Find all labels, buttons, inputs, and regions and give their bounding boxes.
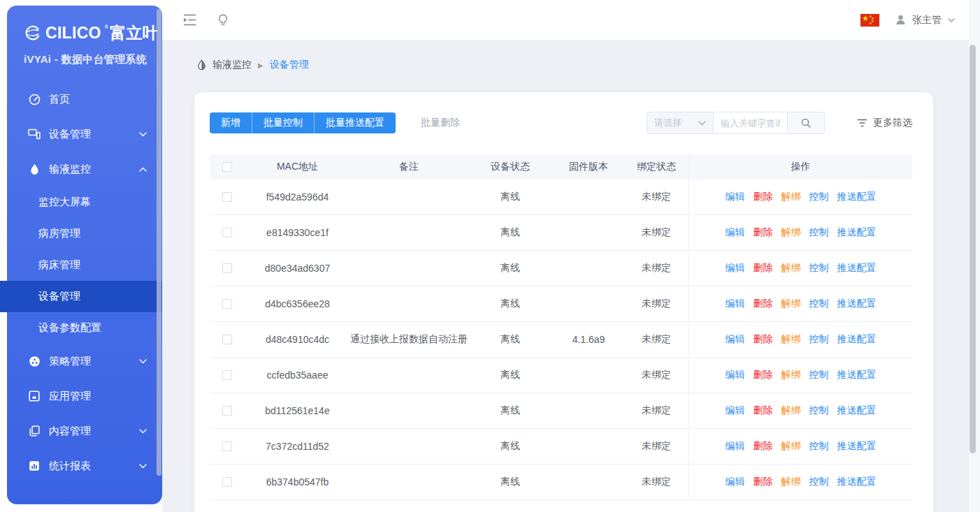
sidebar-item-content-management[interactable]: 内容管理 [7, 414, 162, 448]
action-link-delete[interactable]: 删除 [754, 298, 773, 310]
add-button[interactable]: 新增 [210, 112, 252, 133]
row-actions: 编辑删除解绑控制推送配置 [726, 262, 877, 275]
action-link-push-config[interactable]: 推送配置 [837, 298, 877, 310]
action-link-delete[interactable]: 删除 [754, 369, 773, 381]
sidebar-subitem-bed-management[interactable]: 病床管理 [7, 249, 162, 281]
batch-push-config-button[interactable]: 批量推送配置 [314, 112, 396, 133]
action-link-control[interactable]: 控制 [809, 226, 829, 239]
row-checkbox[interactable] [222, 406, 232, 416]
sidebar-subitem-device-management[interactable]: 设备管理 [0, 281, 162, 312]
select-all-checkbox[interactable] [222, 162, 232, 172]
collapse-sidebar-icon[interactable] [183, 14, 196, 26]
row-checkbox[interactable] [222, 477, 232, 487]
action-link-control[interactable]: 控制 [809, 404, 829, 417]
action-link-push-config[interactable]: 推送配置 [837, 262, 877, 275]
sidebar-scrollbar[interactable] [157, 9, 161, 476]
more-filter-button[interactable]: 更多筛选 [857, 117, 912, 129]
user-menu-caret-icon[interactable] [948, 18, 955, 22]
action-link-unbind[interactable]: 解绑 [781, 262, 801, 275]
row-actions: 编辑删除解绑控制推送配置 [726, 404, 877, 417]
action-link-edit[interactable]: 编辑 [726, 191, 745, 203]
action-link-control[interactable]: 控制 [809, 262, 829, 275]
batch-delete-button[interactable]: 批量删除 [421, 117, 460, 129]
action-link-unbind[interactable]: 解绑 [781, 476, 801, 488]
action-link-unbind[interactable]: 解绑 [781, 226, 801, 239]
breadcrumb-current[interactable]: 设备管理 [270, 59, 309, 71]
table-header-row: MAC地址 备注 设备状态 固件版本 绑定状态 操作 [210, 154, 912, 180]
action-link-push-config[interactable]: 推送配置 [837, 191, 877, 203]
action-link-delete[interactable]: 删除 [754, 404, 773, 417]
action-link-unbind[interactable]: 解绑 [781, 298, 801, 310]
row-checkbox[interactable] [222, 263, 232, 273]
action-link-unbind[interactable]: 解绑 [781, 440, 801, 453]
action-link-control[interactable]: 控制 [809, 369, 829, 381]
row-checkbox[interactable] [222, 441, 232, 451]
sidebar-item-home[interactable]: 首页 [7, 82, 162, 117]
action-link-unbind[interactable]: 解绑 [781, 369, 801, 381]
filter-select[interactable]: 请选择 [647, 112, 714, 134]
app-icon [28, 390, 41, 402]
cell-device-status: 离线 [468, 322, 553, 357]
table-row: bd112561e14e 离线 未绑定 编辑删除解绑控制推送配置 [210, 393, 912, 429]
action-link-unbind[interactable]: 解绑 [781, 191, 801, 203]
action-link-edit[interactable]: 编辑 [726, 476, 745, 488]
row-checkbox[interactable] [222, 299, 232, 309]
droplet-icon [28, 163, 41, 175]
row-checkbox[interactable] [222, 370, 232, 380]
sidebar-item-app-management[interactable]: 应用管理 [7, 379, 162, 414]
sidebar-subitem-device-param-config[interactable]: 设备参数配置 [7, 312, 162, 344]
action-link-control[interactable]: 控制 [809, 333, 829, 346]
brand-registered-mark: ® [105, 24, 108, 31]
action-link-push-config[interactable]: 推送配置 [837, 369, 877, 381]
device-table: MAC地址 备注 设备状态 固件版本 绑定状态 操作 f549d2a596d4 … [210, 154, 912, 500]
sidebar-item-device-management[interactable]: 设备管理 [7, 117, 162, 152]
action-link-control[interactable]: 控制 [809, 298, 829, 310]
search-input[interactable] [714, 112, 788, 134]
search-button[interactable] [788, 112, 825, 134]
action-link-edit[interactable]: 编辑 [726, 404, 745, 417]
action-link-unbind[interactable]: 解绑 [781, 333, 801, 346]
action-link-push-config[interactable]: 推送配置 [837, 476, 877, 488]
action-link-push-config[interactable]: 推送配置 [837, 333, 877, 346]
cell-device-status: 离线 [468, 465, 553, 499]
sidebar-item-infusion-monitor[interactable]: 输液监控 [7, 152, 162, 186]
china-flag-icon[interactable]: ★ ★ ★ ★ ★ [860, 14, 879, 27]
action-link-delete[interactable]: 删除 [754, 226, 773, 239]
action-link-delete[interactable]: 删除 [754, 262, 773, 275]
brand-logo-cn: 富立叶 [110, 24, 159, 42]
batch-control-button[interactable]: 批量控制 [252, 112, 314, 133]
action-link-delete[interactable]: 删除 [754, 333, 773, 346]
sidebar-item-stats-report[interactable]: 统计报表 [7, 448, 162, 483]
page-scrollbar[interactable] [969, 0, 980, 512]
action-link-push-config[interactable]: 推送配置 [837, 440, 877, 453]
sidebar-subitem-monitor-big-screen[interactable]: 监控大屏幕 [7, 186, 162, 218]
action-link-control[interactable]: 控制 [809, 440, 829, 453]
more-filter-label: 更多筛选 [873, 117, 912, 129]
sidebar-item-label: 输液监控 [49, 163, 139, 176]
action-link-push-config[interactable]: 推送配置 [837, 226, 877, 239]
action-link-control[interactable]: 控制 [809, 476, 829, 488]
row-checkbox[interactable] [222, 335, 232, 344]
sidebar-item-strategy-management[interactable]: 策略管理 [7, 344, 162, 379]
action-link-delete[interactable]: 删除 [754, 440, 773, 453]
row-checkbox[interactable] [222, 228, 232, 237]
action-link-edit[interactable]: 编辑 [726, 226, 745, 239]
action-link-delete[interactable]: 删除 [754, 476, 773, 488]
action-link-edit[interactable]: 编辑 [726, 440, 745, 453]
action-link-edit[interactable]: 编辑 [726, 369, 745, 381]
topbar: ★ ★ ★ ★ ★ 张主管 [162, 0, 980, 41]
action-link-edit[interactable]: 编辑 [726, 298, 745, 310]
action-link-edit[interactable]: 编辑 [726, 262, 745, 275]
user-name[interactable]: 张主管 [912, 14, 942, 27]
table-row: ccfedb35aaee 离线 未绑定 编辑删除解绑控制推送配置 [210, 358, 912, 393]
lightbulb-icon[interactable] [217, 14, 229, 27]
cell-device-status: 离线 [468, 393, 553, 428]
row-checkbox[interactable] [222, 192, 232, 202]
action-link-push-config[interactable]: 推送配置 [837, 404, 877, 417]
action-link-control[interactable]: 控制 [809, 191, 829, 203]
action-link-edit[interactable]: 编辑 [726, 333, 745, 346]
sidebar-subitem-ward-management[interactable]: 病房管理 [7, 218, 162, 249]
action-link-unbind[interactable]: 解绑 [781, 404, 801, 417]
action-link-delete[interactable]: 删除 [754, 191, 773, 203]
page-scrollbar-thumb[interactable] [970, 45, 976, 453]
